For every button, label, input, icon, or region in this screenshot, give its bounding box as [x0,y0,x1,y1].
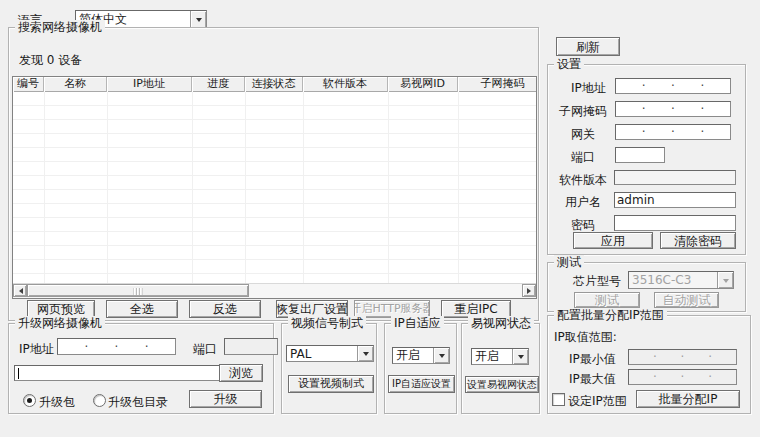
chevron-down-icon [717,272,733,288]
ip-range-label: IP取值范围: [554,329,617,346]
settings-group-title: 设置 [554,57,584,71]
upgrade-file-input[interactable] [14,365,220,381]
upgrade-directory-radio[interactable] [93,394,106,407]
column-header-4[interactable]: 进度 [192,77,245,92]
invert-selection-button[interactable]: 反选 [189,300,261,318]
settings-username-input[interactable]: admin [614,192,736,208]
chevron-down-icon[interactable] [433,348,449,363]
settings-version-field [614,170,736,185]
scrollbar-thumb[interactable] [27,284,249,297]
upgrade-package-label: 升级包 [39,394,75,411]
column-header-7[interactable]: 易视网ID [388,77,458,92]
chip-model-label: 芯片型号 [573,273,621,290]
ip-adapt-group-title: IP自适应 [391,316,444,330]
settings-gateway-label: 网关 [571,126,595,143]
test-group: 测试 芯片型号 3516C-C3 测试 自动测试 [547,262,746,312]
test-button[interactable]: 测试 [574,292,640,308]
ip-adapt-set-button[interactable]: IP自适应设置 [388,375,455,393]
video-standard-group: 视频信号制式 PAL 设置视频制式 [281,323,377,414]
upgrade-port-input [224,338,278,355]
column-header-6[interactable]: 软件版本 [303,77,388,92]
settings-group: 设置 IP地址 ··· 子网掩码 ··· 网关 ··· 端口 软件版本 用户名 … [547,64,746,255]
chip-model-combo: 3516C-C3 [628,271,734,289]
settings-gateway-input[interactable]: ··· [615,124,731,140]
easyview-combo[interactable]: 开启 [471,348,529,365]
ip-max-input: ··· [628,369,737,385]
settings-port-input[interactable] [615,147,665,163]
grid-column-line [44,92,45,284]
table-header: 编号名称IP地址进度连接状态软件版本易视网ID子网掩码 [13,77,536,92]
chevron-down-icon[interactable] [512,349,528,364]
grid-column-line [458,92,459,284]
column-header-2[interactable]: 名称 [44,77,107,92]
ip-min-label: IP最小值 [569,351,616,368]
test-group-title: 测试 [554,255,584,269]
upgrade-ip-input[interactable]: ··· [57,338,176,355]
settings-version-label: 软件版本 [559,172,607,189]
upgrade-package-radio[interactable] [23,394,36,407]
upgrade-directory-label: 升级包目录 [108,394,168,411]
easyview-value: 开启 [472,348,512,365]
set-ip-range-checkbox[interactable] [552,393,565,406]
chevron-down-icon[interactable] [190,11,206,28]
column-header-8[interactable]: 子网掩码 [458,77,536,92]
easyview-group-title: 易视网状态 [468,316,534,330]
table-body[interactable] [13,92,536,284]
select-all-button[interactable]: 全选 [106,300,178,318]
settings-password-input[interactable] [614,215,736,231]
found-devices-text: 发现 0 设备 [19,52,82,69]
set-ip-range-label: 设定IP范围 [568,393,627,410]
search-camera-group: 搜索网络摄像机 发现 0 设备 编号名称IP地址进度连接状态软件版本易视网ID子… [8,27,539,321]
upgrade-ip-label: IP地址 [19,341,54,358]
ip-adapt-combo[interactable]: 开启 [392,347,450,364]
chip-model-value: 3516C-C3 [629,273,717,287]
text-caret [18,368,19,379]
grid-column-line [303,92,304,284]
grid-column-line [388,92,389,284]
ip-max-label: IP最大值 [569,371,616,388]
settings-mask-label: 子网掩码 [559,103,607,120]
easyview-group: 易视网状态 开启 设置易视网状态 [461,323,540,414]
scroll-right-icon[interactable] [522,284,536,297]
refresh-button[interactable]: 刷新 [556,37,620,56]
easyview-set-button[interactable]: 设置易视网状态 [465,376,539,393]
settings-port-label: 端口 [571,149,595,166]
video-standard-combo[interactable]: PAL [286,345,374,362]
upgrade-button[interactable]: 升级 [189,390,262,408]
column-header-1[interactable]: 编号 [13,77,44,92]
upgrade-group-title: 升级网络摄像机 [15,316,105,330]
scroll-left-icon[interactable] [13,284,27,297]
settings-username-label: 用户名 [565,194,601,211]
chevron-down-icon[interactable] [357,346,373,361]
grid-column-line [192,92,193,284]
ip-adapt-value: 开启 [393,347,433,364]
ip-min-input: ··· [628,349,737,365]
ip-adapt-group: IP自适应 开启 IP自适应设置 [384,323,457,414]
ip-range-group: 配置批量分配IP范围 IP取值范围: IP最小值 ··· IP最大值 ··· 设… [547,315,751,414]
upgrade-group: 升级网络摄像机 IP地址 ··· 端口 浏览 升级包 升级包目录 升级 [8,323,274,414]
clear-password-button[interactable]: 清除密码 [660,232,736,249]
device-table: 编号名称IP地址进度连接状态软件版本易视网ID子网掩码 [12,76,537,299]
grid-column-line [107,92,108,284]
settings-ip-label: IP地址 [571,80,606,97]
column-header-3[interactable]: IP地址 [107,77,192,92]
apply-button[interactable]: 应用 [573,232,653,249]
browse-button[interactable]: 浏览 [219,364,263,382]
video-standard-group-title: 视频信号制式 [288,316,366,330]
auto-test-button[interactable]: 自动测试 [654,292,719,308]
batch-assign-ip-button[interactable]: 批量分配IP [636,390,740,408]
ip-range-group-title: 配置批量分配IP范围 [554,308,667,322]
grid-column-line [245,92,246,284]
column-header-5[interactable]: 连接状态 [245,77,303,92]
settings-mask-input[interactable]: ··· [615,101,731,117]
search-camera-group-title: 搜索网络摄像机 [15,20,105,34]
video-standard-value: PAL [287,347,357,361]
upgrade-port-label: 端口 [193,341,217,358]
horizontal-scrollbar[interactable] [13,283,536,298]
set-video-standard-button[interactable]: 设置视频制式 [288,375,374,393]
settings-ip-input[interactable]: ··· [615,78,731,94]
